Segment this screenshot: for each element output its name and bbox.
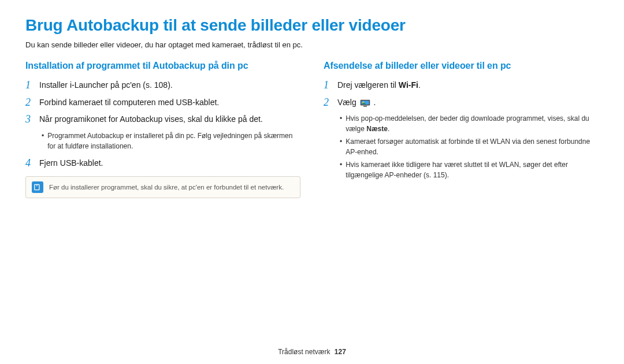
text-part: .: [373, 98, 376, 107]
page-number: 127: [335, 348, 346, 356]
note-text: Før du installerer programmet, skal du s…: [49, 183, 284, 192]
step-number: 1: [324, 79, 332, 92]
step-number: 1: [25, 79, 34, 92]
sub-text: Programmet Autobackup er installeret på …: [47, 131, 300, 151]
bullet-icon: •: [340, 159, 342, 180]
step-text: Fjern USB-kablet.: [39, 157, 103, 169]
footer-label: Trådløst netværk: [278, 348, 330, 356]
step-text: Forbind kameraet til computeren med USB-…: [39, 96, 219, 109]
step-text: Drej vælgeren til Wi-Fi.: [337, 79, 421, 91]
list-item: • Programmet Autobackup er installeret p…: [42, 131, 300, 151]
left-step-4: 4 Fjern USB-kablet.: [25, 157, 300, 170]
step-number: 3: [25, 113, 34, 126]
left-step-1: 1 Installer i-Launcher på pc'en (s. 108)…: [25, 79, 300, 92]
text-part: Drej vælgeren til: [337, 80, 399, 90]
note-icon: [32, 181, 43, 193]
intro-text: Du kan sende billeder eller videoer, du …: [25, 40, 599, 49]
svg-rect-3: [363, 106, 367, 107]
right-heading: Afsendelse af billeder eller videoer til…: [324, 61, 599, 71]
text-part: .: [418, 80, 421, 90]
note-callout: Før du installerer programmet, skal du s…: [25, 176, 300, 198]
list-item: • Hvis kameraet ikke tidligere har været…: [340, 159, 599, 180]
text-part: .: [388, 125, 389, 133]
left-step-3-sublist: • Programmet Autobackup er installeret p…: [42, 131, 300, 151]
sub-text: Hvis pop-op-meddelelsen, der beder dig d…: [346, 113, 599, 134]
list-item: • Kameraet forsøger automatisk at forbin…: [340, 136, 599, 157]
page-title: Brug Autobackup til at sende billeder el…: [25, 16, 599, 35]
bullet-icon: •: [340, 136, 342, 157]
page-footer: Trådløst netværk 127: [0, 348, 624, 356]
list-item: • Hvis pop-op-meddelelsen, der beder dig…: [340, 113, 599, 134]
left-step-3: 3 Når programikonet for Autobackup vises…: [25, 113, 300, 126]
left-column: Installation af programmet til Autobacku…: [25, 61, 300, 198]
left-step-2: 2 Forbind kameraet til computeren med US…: [25, 96, 300, 109]
left-heading: Installation af programmet til Autobacku…: [25, 61, 300, 71]
step-text: Vælg .: [337, 96, 376, 109]
step-number: 2: [324, 96, 332, 109]
step-number: 4: [25, 157, 34, 170]
text-part: Vælg: [337, 98, 359, 107]
autobackup-pc-icon: [360, 99, 370, 107]
content-columns: Installation af programmet til Autobacku…: [25, 61, 599, 198]
right-step-2-sublist: • Hvis pop-op-meddelelsen, der beder dig…: [340, 113, 599, 180]
sub-text: Kameraet forsøger automatisk at forbinde…: [346, 136, 599, 157]
bullet-icon: •: [340, 113, 342, 134]
wifi-label-icon: Wi-Fi: [399, 80, 418, 90]
right-column: Afsendelse af billeder eller videoer til…: [324, 61, 599, 198]
sub-text: Hvis kameraet ikke tidligere har været s…: [346, 159, 599, 180]
bullet-icon: •: [42, 131, 44, 151]
bold-text: Næste: [366, 125, 388, 133]
step-text: Installer i-Launcher på pc'en (s. 108).: [39, 79, 173, 91]
right-step-2: 2 Vælg .: [324, 96, 599, 109]
right-step-1: 1 Drej vælgeren til Wi-Fi.: [324, 79, 599, 92]
step-number: 2: [25, 96, 34, 109]
step-text: Når programikonet for Autobackup vises, …: [39, 113, 263, 125]
